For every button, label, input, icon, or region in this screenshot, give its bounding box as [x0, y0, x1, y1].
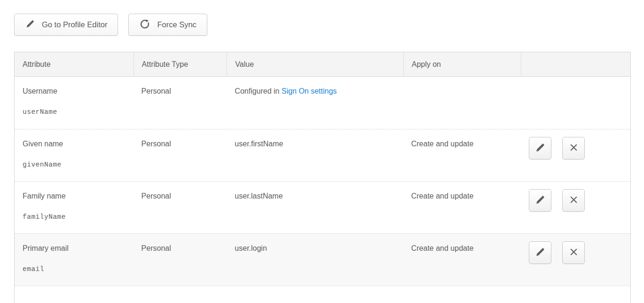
attribute-label: Given name [23, 140, 126, 148]
x-icon [568, 194, 579, 207]
delete-attribute-button[interactable] [562, 137, 585, 159]
header-apply-on: Apply on [403, 52, 521, 76]
actions-cell [521, 182, 630, 233]
table-header-row: Attribute Attribute Type Value Apply on [15, 52, 630, 77]
value-cell: user.firstName [227, 129, 403, 181]
apply-on-cell [403, 77, 521, 129]
value-cell: user.lastName [227, 182, 403, 233]
sign-on-settings-link[interactable]: Sign On settings [282, 87, 337, 95]
edit-attribute-button[interactable] [529, 241, 551, 264]
apply-on-cell: Create and update [403, 129, 521, 181]
attribute-type-cell: Personal [134, 182, 227, 233]
x-icon [568, 247, 579, 259]
toolbar: Go to Profile Editor Force Sync [14, 14, 207, 36]
attribute-type-cell: Personal [134, 234, 227, 286]
pencil-icon [25, 19, 35, 31]
table-row-primary-email: Primary email email Personal user.login … [15, 233, 630, 286]
attribute-mapping-table: Attribute Attribute Type Value Apply on … [14, 52, 631, 303]
attribute-cell: Family name familyName [15, 182, 134, 233]
value-cell: user.login [227, 234, 403, 286]
pencil-icon [534, 247, 546, 259]
value-prefix: Configured in [235, 87, 282, 95]
pencil-icon [534, 142, 546, 155]
apply-on-cell: Create and update [403, 234, 521, 286]
apply-on-cell: Create and update [403, 182, 521, 233]
header-value: Value [227, 52, 403, 76]
attribute-variable: givenName [23, 161, 126, 168]
attribute-variable: familyName [23, 213, 126, 221]
table-row-username: Username userName Personal Configured in… [15, 77, 630, 129]
attribute-label: Primary email [23, 244, 126, 253]
actions-cell [521, 234, 630, 286]
attribute-cell: Primary email email [15, 234, 134, 286]
force-sync-button[interactable]: Force Sync [128, 14, 207, 36]
table-row-family-name: Family name familyName Personal user.las… [15, 181, 630, 233]
attribute-type-cell: Personal [134, 77, 227, 129]
attribute-cell: Given name givenName [15, 129, 134, 181]
refresh-icon [139, 18, 150, 32]
attribute-variable: userName [23, 108, 126, 116]
table-row-partial [15, 286, 630, 303]
delete-attribute-button[interactable] [562, 241, 585, 264]
table-row-given-name: Given name givenName Personal user.first… [15, 129, 630, 181]
attribute-label: Family name [23, 192, 126, 200]
value-cell: Configured in Sign On settings [227, 77, 403, 129]
actions-cell-empty [521, 77, 630, 129]
header-actions [521, 52, 630, 76]
attribute-cell: Username userName [15, 77, 134, 129]
attribute-type-cell: Personal [134, 129, 227, 181]
edit-attribute-button[interactable] [529, 137, 551, 159]
edit-attribute-button[interactable] [529, 189, 551, 212]
force-sync-label: Force Sync [157, 20, 196, 29]
actions-cell [521, 129, 630, 181]
x-icon [568, 142, 579, 154]
header-attribute: Attribute [15, 52, 134, 76]
attribute-variable: email [23, 265, 126, 273]
attribute-label: Username [23, 87, 126, 96]
pencil-icon [534, 194, 546, 207]
delete-attribute-button[interactable] [562, 189, 585, 212]
header-attribute-type: Attribute Type [134, 52, 227, 76]
go-to-profile-editor-label: Go to Profile Editor [42, 20, 107, 29]
go-to-profile-editor-button[interactable]: Go to Profile Editor [14, 14, 118, 36]
